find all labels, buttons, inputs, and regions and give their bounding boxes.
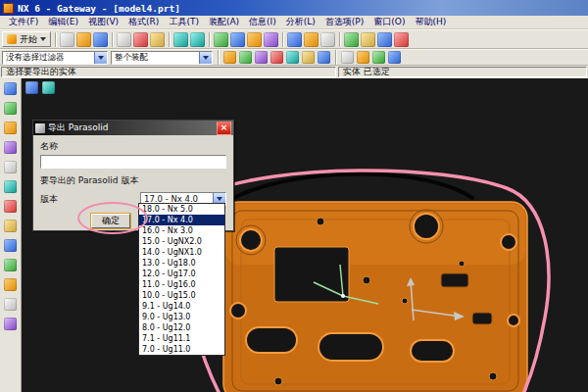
redo-icon[interactable] bbox=[190, 32, 205, 47]
close-icon[interactable]: × bbox=[217, 122, 231, 135]
new-icon[interactable] bbox=[60, 32, 74, 47]
intersection-snap-icon[interactable] bbox=[286, 51, 299, 64]
version-option[interactable]: 14.0 - UgNX1.0 bbox=[139, 247, 224, 258]
menu-view[interactable]: 视图(V) bbox=[83, 16, 123, 28]
version-option[interactable]: 11.0 - Ug16.0 bbox=[139, 279, 224, 290]
snap-point-icon[interactable] bbox=[223, 51, 236, 64]
dependencies-icon[interactable] bbox=[4, 278, 17, 291]
version-option[interactable]: 12.0 - Ug17.0 bbox=[139, 269, 224, 279]
start-icon bbox=[7, 34, 17, 44]
print-icon[interactable] bbox=[117, 32, 131, 47]
constraint-navigator-icon[interactable] bbox=[4, 102, 17, 115]
version-option[interactable]: 7.0 - Ug11.0 bbox=[139, 344, 224, 355]
save-icon[interactable] bbox=[93, 32, 108, 47]
system-scenes-icon[interactable] bbox=[4, 259, 17, 271]
start-button[interactable]: 开始 bbox=[2, 31, 51, 47]
version-option[interactable]: 10.0 - Ug15.0 bbox=[139, 290, 224, 301]
menu-window[interactable]: 窗口(O) bbox=[368, 16, 410, 28]
toolbar-separator bbox=[55, 32, 56, 47]
version-section-label: 要导出的 Parasolid 版本 bbox=[40, 174, 226, 187]
menu-help[interactable]: 帮助(H) bbox=[410, 16, 451, 28]
sketch-icon[interactable] bbox=[214, 32, 228, 47]
dropdown-arrow-icon[interactable] bbox=[199, 52, 212, 64]
history-icon[interactable] bbox=[4, 200, 17, 213]
menu-analysis[interactable]: 分析(L) bbox=[281, 16, 320, 28]
prompt-text: 选择要导出的实体 bbox=[1, 67, 336, 77]
quadrant-snap-icon[interactable] bbox=[302, 51, 315, 64]
info-icon[interactable] bbox=[377, 32, 392, 47]
menu-format[interactable]: 格式(R) bbox=[123, 16, 164, 28]
endpoint-snap-icon[interactable] bbox=[239, 51, 252, 64]
chevron-down-icon bbox=[40, 37, 46, 41]
version-option[interactable]: 15.0 - UgNX2.0 bbox=[139, 236, 224, 247]
assembly-navigator-icon[interactable] bbox=[4, 82, 17, 95]
version-option[interactable]: 9.0 - Ug13.0 bbox=[139, 312, 224, 322]
hole-icon[interactable] bbox=[264, 32, 278, 47]
left-toolbar bbox=[0, 78, 22, 392]
hd3d-tools-icon[interactable] bbox=[4, 161, 17, 173]
version-label: 版本 bbox=[40, 193, 58, 206]
dialog-rail-icon[interactable] bbox=[42, 81, 55, 94]
details-panel-icon[interactable] bbox=[4, 298, 17, 311]
version-dropdown-list: 18.0 - Nx 5.0 17.0 - Nx 4.0 16.0 - Nx 3.… bbox=[138, 203, 225, 356]
selection-filter-combo[interactable]: 没有选择过滤器 bbox=[2, 51, 108, 65]
materials-icon[interactable] bbox=[4, 220, 17, 232]
roles-icon[interactable] bbox=[4, 239, 17, 252]
open-icon[interactable] bbox=[76, 32, 91, 47]
dialog-title-bar[interactable]: 导出 Parasolid × bbox=[33, 121, 233, 135]
menu-edit[interactable]: 编辑(E) bbox=[43, 16, 83, 28]
view-orient-icon[interactable] bbox=[287, 32, 302, 47]
rotate-view-icon[interactable] bbox=[388, 51, 401, 64]
fit-view-icon[interactable] bbox=[357, 51, 369, 64]
help-icon[interactable] bbox=[394, 32, 409, 47]
menu-file[interactable]: 文件(F) bbox=[4, 16, 43, 28]
version-option[interactable]: 8.0 - Ug12.0 bbox=[139, 322, 224, 333]
dialog-rail-icon[interactable] bbox=[25, 81, 38, 94]
pan-icon[interactable] bbox=[372, 51, 385, 64]
cut-icon[interactable] bbox=[133, 32, 148, 47]
selection-scope-combo[interactable]: 整个装配 bbox=[111, 51, 213, 65]
part-navigator-icon[interactable] bbox=[4, 122, 17, 134]
ok-button[interactable]: 确定 bbox=[91, 214, 130, 228]
dialog-title: 导出 Parasolid bbox=[48, 122, 109, 134]
center-snap-icon[interactable] bbox=[270, 51, 283, 64]
version-option-selected[interactable]: 17.0 - Nx 4.0 bbox=[139, 215, 224, 225]
paste-icon[interactable] bbox=[150, 32, 165, 47]
measure-icon[interactable] bbox=[344, 32, 359, 47]
selection-scope-value: 整个装配 bbox=[112, 52, 199, 64]
undo-icon[interactable] bbox=[173, 32, 188, 47]
menu-tools[interactable]: 工具(T) bbox=[164, 16, 204, 28]
status-text: 实体 已选定 bbox=[338, 67, 587, 77]
version-option[interactable]: 9.1 - Ug14.0 bbox=[139, 301, 224, 312]
version-option[interactable]: 16.0 - Nx 3.0 bbox=[139, 225, 224, 236]
selection-toolbar: 没有选择过滤器 整个装配 bbox=[0, 49, 588, 66]
toolbar-separator bbox=[218, 50, 219, 65]
internet-explorer-icon[interactable] bbox=[4, 180, 17, 193]
magnifier-icon[interactable] bbox=[341, 51, 354, 64]
toolbar-separator bbox=[335, 50, 336, 65]
name-input[interactable] bbox=[40, 155, 226, 169]
extrude-icon[interactable] bbox=[247, 32, 262, 47]
menu-preferences[interactable]: 首选项(P) bbox=[320, 16, 368, 28]
menu-assemblies[interactable]: 装配(A) bbox=[204, 16, 244, 28]
toolbar-separator bbox=[169, 32, 170, 47]
menu-information[interactable]: 信息(I) bbox=[244, 16, 281, 28]
version-option[interactable]: 7.1 - Ug11.1 bbox=[139, 333, 224, 344]
wireframe-view-icon[interactable] bbox=[320, 32, 335, 47]
toolbar-separator bbox=[209, 32, 210, 47]
prompt-bar: 选择要导出的实体 实体 已选定 bbox=[0, 66, 588, 78]
datum-plane-icon[interactable] bbox=[230, 32, 245, 47]
selection-filter-value: 没有选择过滤器 bbox=[3, 52, 94, 64]
version-option[interactable]: 18.0 - Nx 5.0 bbox=[139, 204, 224, 215]
midpoint-snap-icon[interactable] bbox=[255, 51, 268, 64]
shaded-view-icon[interactable] bbox=[304, 32, 318, 47]
version-option[interactable]: 13.0 - Ug18.0 bbox=[139, 258, 224, 269]
nx-logo-icon bbox=[3, 3, 14, 14]
preview-panel-icon[interactable] bbox=[4, 318, 17, 330]
reuse-library-icon[interactable] bbox=[4, 141, 17, 154]
existing-point-icon[interactable] bbox=[318, 51, 330, 64]
dropdown-arrow-icon[interactable] bbox=[94, 52, 107, 64]
menu-bar: 文件(F) 编辑(E) 视图(V) 格式(R) 工具(T) 装配(A) 信息(I… bbox=[0, 16, 588, 29]
layer-settings-icon[interactable] bbox=[361, 32, 375, 47]
main-toolbar: 开始 bbox=[0, 29, 588, 49]
